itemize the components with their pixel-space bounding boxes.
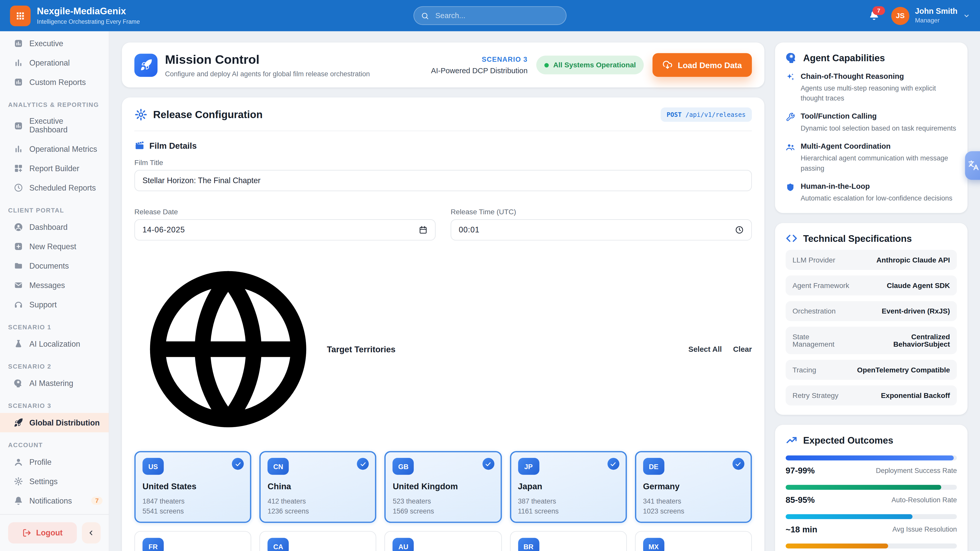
avatar[interactable]: JS bbox=[891, 6, 909, 25]
outcome-bar-track bbox=[786, 484, 957, 489]
country-code-pill: JP bbox=[518, 458, 539, 475]
sidebar-item[interactable]: Custom Reports bbox=[0, 73, 109, 92]
spec-value: Claude Agent SDK bbox=[887, 282, 950, 289]
app-logo[interactable] bbox=[10, 5, 30, 26]
sidebar-item-badge: 7 bbox=[92, 497, 103, 505]
rocket-icon bbox=[140, 59, 152, 71]
territories-title: Target Territories bbox=[327, 345, 396, 354]
territory-card[interactable]: BR Brazil 198 theaters 594 screens bbox=[510, 531, 627, 551]
divider bbox=[135, 130, 752, 131]
sidebar-section-header: SCENARIO 1 bbox=[0, 314, 109, 334]
calendar-icon[interactable] bbox=[419, 225, 428, 234]
sidebar-item[interactable]: Settings bbox=[0, 472, 109, 491]
status-badge: All Systems Operational bbox=[536, 56, 644, 74]
clear-link[interactable]: Clear bbox=[733, 345, 752, 354]
sidebar-item-icon bbox=[14, 164, 23, 173]
sidebar-item[interactable]: Support bbox=[0, 295, 109, 314]
country-code-pill: DE bbox=[643, 458, 664, 475]
sidebar-item-icon bbox=[14, 477, 23, 486]
spec-row: Tracing OpenTelemetry Compatible bbox=[786, 360, 957, 380]
sidebar-item[interactable]: Executive Dashboard bbox=[0, 112, 109, 139]
territory-card[interactable]: FR France 298 theaters 894 screens bbox=[135, 531, 251, 551]
sidebar-item-icon bbox=[14, 121, 23, 130]
country-name: United States bbox=[142, 482, 243, 491]
technical-specifications-title: Technical Specifications bbox=[803, 233, 912, 244]
film-title-input[interactable] bbox=[135, 170, 752, 191]
film-title-label: Film Title bbox=[135, 159, 752, 166]
sidebar-item-global-distribution[interactable]: Global Distribution bbox=[0, 413, 109, 432]
notifications-button[interactable]: 7 bbox=[869, 10, 880, 21]
sidebar-item-icon bbox=[14, 78, 23, 87]
capability-name: Human-in-the-Loop bbox=[800, 182, 870, 190]
sidebar-item[interactable]: New Request bbox=[0, 237, 109, 256]
sidebar-item[interactable]: AI Mastering bbox=[0, 373, 109, 393]
sidebar-item[interactable]: Documents bbox=[0, 256, 109, 275]
outcome-item: 85-95% Auto-Resolution Rate bbox=[786, 484, 957, 504]
sidebar-item[interactable]: Messages bbox=[0, 275, 109, 295]
theaters-count: 387 theaters bbox=[518, 497, 619, 505]
code-icon bbox=[786, 232, 797, 244]
search-bar[interactable] bbox=[414, 6, 566, 25]
outcome-item: ~18 min Avg Issue Resolution bbox=[786, 514, 957, 534]
notification-badge: 7 bbox=[873, 6, 885, 15]
api-method: POST bbox=[667, 111, 682, 118]
screens-count: 1236 screens bbox=[268, 507, 369, 515]
sidebar-item[interactable]: Executive bbox=[0, 34, 109, 53]
territory-card[interactable]: MX Mexico 176 theaters 528 screens bbox=[635, 531, 752, 551]
sidebar-item-icon bbox=[14, 418, 23, 427]
country-code-pill: BR bbox=[518, 538, 539, 551]
user-info: John Smith Manager bbox=[915, 7, 958, 24]
sidebar-item-icon bbox=[14, 496, 23, 505]
spec-value: Event-driven (RxJS) bbox=[882, 307, 950, 314]
territory-card[interactable]: CA Canada 267 theaters 801 screens bbox=[259, 531, 376, 551]
gear-icon bbox=[135, 108, 148, 121]
logout-button[interactable]: Logout bbox=[8, 522, 77, 543]
territory-card[interactable]: CN China 412 theaters 1236 screens bbox=[259, 451, 376, 523]
sidebar-item[interactable]: Profile bbox=[0, 452, 109, 472]
country-code-pill: US bbox=[142, 458, 164, 475]
translate-widget[interactable] bbox=[965, 151, 980, 180]
clock-icon[interactable] bbox=[735, 225, 744, 234]
globe-icon bbox=[135, 256, 322, 443]
select-all-link[interactable]: Select All bbox=[688, 345, 722, 354]
country-code-pill: FR bbox=[142, 538, 164, 551]
sidebar-item[interactable]: Report Builder bbox=[0, 159, 109, 178]
capability-name: Chain-of-Thought Reasoning bbox=[800, 72, 904, 81]
spec-row: Agent Framework Claude Agent SDK bbox=[786, 275, 957, 295]
sidebar-item[interactable]: AI Localization bbox=[0, 334, 109, 354]
main-column: Mission Control Configure and deploy AI … bbox=[122, 43, 765, 551]
chevron-down-icon[interactable] bbox=[963, 12, 970, 19]
country-name: United Kingdom bbox=[393, 482, 493, 491]
sidebar-item[interactable]: Notifications 7 bbox=[0, 491, 109, 510]
load-demo-data-button[interactable]: Load Demo Data bbox=[653, 53, 752, 77]
country-code-pill: GB bbox=[393, 458, 414, 475]
sidebar-item-label: Report Builder bbox=[29, 164, 80, 173]
sidebar-item[interactable]: Scheduled Reports bbox=[0, 178, 109, 197]
sidebar-item-label: Support bbox=[29, 300, 57, 309]
country-name: Germany bbox=[643, 482, 744, 491]
sidebar-collapse-button[interactable] bbox=[82, 522, 100, 543]
territory-card[interactable]: JP Japan 387 theaters 1161 screens bbox=[510, 451, 627, 523]
capability-item: Human-in-the-Loop Automatic escalation f… bbox=[786, 182, 957, 203]
sidebar: Executive Operational Custom Reports ANA… bbox=[0, 31, 110, 551]
country-code-pill: MX bbox=[643, 538, 664, 551]
spec-value: Anthropic Claude API bbox=[877, 256, 950, 263]
territory-card[interactable]: US United States 1847 theaters 5541 scre… bbox=[135, 451, 251, 523]
sidebar-item-icon bbox=[14, 300, 23, 310]
sidebar-item[interactable]: Operational Metrics bbox=[0, 139, 109, 159]
territory-card[interactable]: DE Germany 341 theaters 1023 screens bbox=[635, 451, 752, 523]
sidebar-item[interactable]: Dashboard bbox=[0, 218, 109, 237]
territory-card[interactable]: AU Australia 234 theaters 702 screens bbox=[385, 531, 501, 551]
search-input[interactable] bbox=[434, 11, 566, 21]
spec-row: Orchestration Event-driven (RxJS) bbox=[786, 301, 957, 321]
sidebar-item[interactable]: Operational bbox=[0, 53, 109, 73]
sidebar-section-header: ANALYTICS & REPORTING bbox=[0, 92, 109, 112]
capability-description: Hierarchical agent communication with me… bbox=[800, 154, 957, 173]
sidebar-item-label: Documents bbox=[29, 262, 69, 270]
territory-card[interactable]: GB United Kingdom 523 theaters 1569 scre… bbox=[385, 451, 501, 523]
territories-header: Target Territories Select All Clear bbox=[135, 256, 752, 443]
brand: Nexgile-MediaGenix Intelligence Orchestr… bbox=[37, 6, 140, 25]
sidebar-item-icon bbox=[14, 222, 23, 232]
release-time-input[interactable]: 00:01 bbox=[451, 219, 752, 241]
release-date-input[interactable]: 14-06-2025 bbox=[135, 219, 436, 241]
